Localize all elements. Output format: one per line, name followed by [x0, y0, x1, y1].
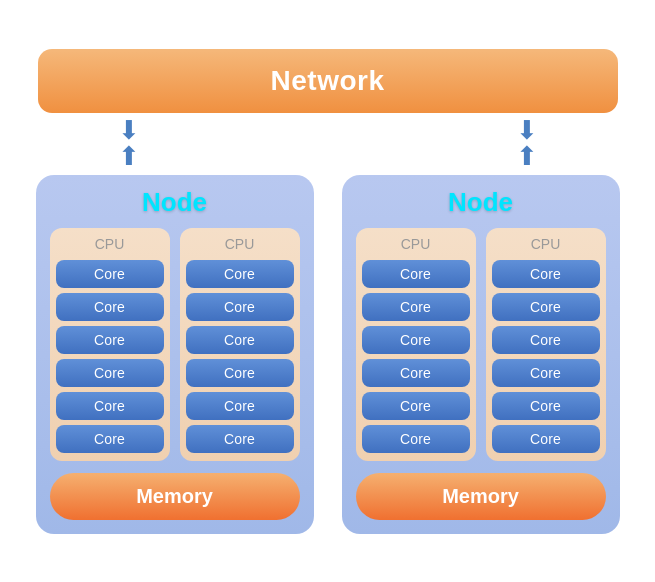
node-2-cpu-1-label: CPU — [401, 236, 431, 252]
core: Core — [186, 425, 294, 453]
node-1-cpu-1-label: CPU — [95, 236, 125, 252]
core: Core — [362, 326, 470, 354]
diagram: Network ⬇ ⬆ ⬇ ⬆ Node CPU Core Core Core … — [13, 49, 643, 534]
node-2-cpu-2: CPU Core Core Core Core Core Core — [486, 228, 606, 461]
core: Core — [492, 392, 600, 420]
node-1-cpu-2-label: CPU — [225, 236, 255, 252]
nodes-row: Node CPU Core Core Core Core Core Core C… — [36, 175, 620, 534]
core: Core — [186, 326, 294, 354]
node-1-memory: Memory — [50, 473, 300, 520]
core: Core — [56, 392, 164, 420]
core: Core — [492, 293, 600, 321]
core: Core — [362, 392, 470, 420]
node-1-cpu-1: CPU Core Core Core Core Core Core — [50, 228, 170, 461]
arrow-right: ⬇ ⬆ — [516, 117, 538, 169]
core: Core — [362, 425, 470, 453]
core: Core — [362, 359, 470, 387]
node-2-label: Node — [448, 187, 513, 218]
node-1-cpu-2: CPU Core Core Core Core Core Core — [180, 228, 300, 461]
arrows-row: ⬇ ⬆ ⬇ ⬆ — [38, 117, 618, 169]
core: Core — [186, 359, 294, 387]
core: Core — [492, 425, 600, 453]
node-2-cpu-1: CPU Core Core Core Core Core Core — [356, 228, 476, 461]
core: Core — [56, 293, 164, 321]
core: Core — [56, 425, 164, 453]
core: Core — [186, 260, 294, 288]
core: Core — [362, 260, 470, 288]
core: Core — [492, 326, 600, 354]
core: Core — [186, 392, 294, 420]
node-1-cpus: CPU Core Core Core Core Core Core CPU Co… — [50, 228, 300, 461]
node-1: Node CPU Core Core Core Core Core Core C… — [36, 175, 314, 534]
core: Core — [362, 293, 470, 321]
core: Core — [492, 359, 600, 387]
core: Core — [186, 293, 294, 321]
network-bar: Network — [38, 49, 618, 113]
node-2: Node CPU Core Core Core Core Core Core C… — [342, 175, 620, 534]
node-2-cpu-2-label: CPU — [531, 236, 561, 252]
core: Core — [492, 260, 600, 288]
network-label: Network — [271, 65, 385, 96]
arrow-left: ⬇ ⬆ — [118, 117, 140, 169]
node-2-cpus: CPU Core Core Core Core Core Core CPU Co… — [356, 228, 606, 461]
node-2-memory: Memory — [356, 473, 606, 520]
node-1-label: Node — [142, 187, 207, 218]
core: Core — [56, 359, 164, 387]
core: Core — [56, 326, 164, 354]
core: Core — [56, 260, 164, 288]
